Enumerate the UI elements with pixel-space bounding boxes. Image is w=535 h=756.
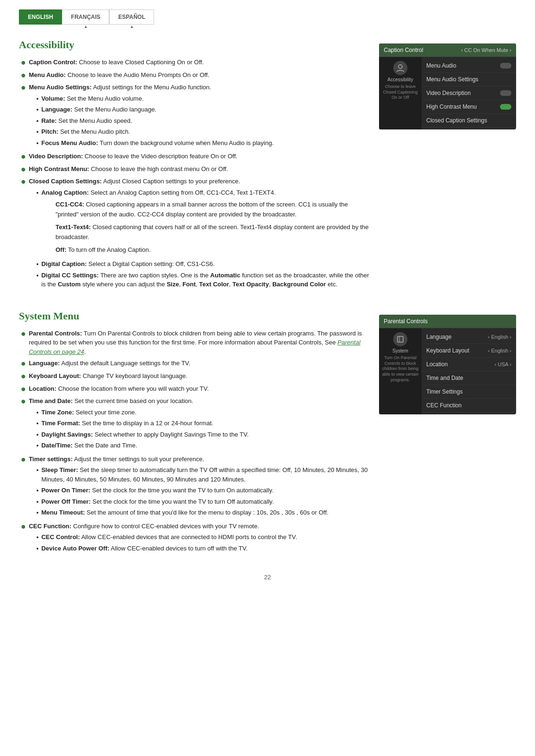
list-item: •Focus Menu Audio: Turn down the backgro…: [36, 138, 370, 148]
tv-menu-body: Accessibility Choose to leave Closed Cap…: [379, 57, 516, 129]
list-item: ● Video Description: Choose to leave the…: [19, 152, 370, 162]
tv-system-sidebar-label: System: [392, 348, 408, 353]
list-item: •Menu Timeout: Set the amount of time th…: [36, 508, 370, 517]
list-item: ● Time and Date: Set the current time ba…: [19, 396, 370, 452]
tv-menu-item: Closed Caption Settings: [422, 114, 516, 128]
tv-system-menu-items: Language ‹ English › Keyboard Layout ‹ E…: [422, 328, 516, 414]
bullet-dot-icon: ●: [21, 70, 26, 81]
bullet-dot-icon: ●: [21, 152, 26, 162]
list-item: •Volume: Set the Menu Audio volume.: [36, 94, 370, 103]
list-item: •Power On Timer: Set the clock for the t…: [36, 486, 370, 495]
accessibility-section: Accessibility ● Caption Control: Choose …: [19, 39, 516, 296]
list-item: • Digital CC Settings: There are two cap…: [36, 271, 370, 289]
tv-menu-item: Location ‹ USA ›: [422, 358, 516, 371]
bullet-dot-icon: ●: [21, 522, 26, 532]
espanol-arrow-icon: ▲: [130, 25, 134, 29]
list-item: •Pitch: Set the Menu Audio pitch.: [36, 127, 370, 137]
list-item: •Device Auto Power Off: Allow CEC-enable…: [36, 544, 370, 553]
accessibility-tv-menu: Caption Control ‹ CC On When Mute › Acce…: [379, 43, 516, 129]
bullet-dot-icon: ●: [21, 396, 26, 407]
list-item: •Sleep Timer: Set the sleep timer to aut…: [36, 465, 370, 484]
accessibility-content: Accessibility ● Caption Control: Choose …: [19, 39, 370, 296]
list-item: ● Menu Audio: Choose to leave the Audio …: [19, 70, 370, 81]
sub-list: •CEC Control: Allow CEC-enabled devices …: [36, 533, 370, 553]
bullet-dot-icon: ●: [21, 58, 26, 68]
francais-arrow-icon: ▲: [84, 25, 87, 29]
accessibility-title: Accessibility: [19, 39, 370, 51]
sub-list: •Time Zone: Select your time zone. •Time…: [36, 408, 370, 450]
list-item: •Rate: Set the Menu Audio speed.: [36, 116, 370, 126]
tv-menu-item: Time and Date: [422, 371, 516, 385]
tv-menu-item: Menu Audio Settings: [422, 73, 516, 86]
bullet-dot-icon: ●: [21, 455, 26, 465]
sub-list: •Sleep Timer: Set the sleep timer to aut…: [36, 465, 370, 517]
video-description-toggle: [500, 90, 511, 96]
tv-sidebar-icon: [393, 61, 407, 75]
accessibility-bullet-list: ● Caption Control: Choose to leave Close…: [19, 58, 370, 291]
tv-menu-header-item: Caption Control ‹ CC On When Mute ›: [379, 43, 516, 57]
system-tv-menu: Parental Controls System Turn On Parenta…: [379, 315, 516, 414]
list-item: •Power Off Timer: Set the clock for the …: [36, 497, 370, 507]
list-item: ● Parental Controls: Turn On Parental Co…: [19, 329, 370, 357]
tv-menu-items: Menu Audio Menu Audio Settings Video Des…: [422, 57, 516, 129]
list-item: ● Menu Audio Settings: Adjust settings f…: [19, 83, 370, 149]
tab-english[interactable]: ENGLISH: [19, 9, 62, 25]
list-item: ● CEC Function: Configure how to control…: [19, 522, 370, 555]
menu-audio-toggle: [500, 63, 511, 69]
list-item: ● Language: Adjust the default Language …: [19, 359, 370, 369]
list-item: ● Timer settings: Adjust the timer setti…: [19, 455, 370, 519]
page-number: 22: [19, 574, 516, 581]
tv-menu-item: Keyboard Layout ‹ English ›: [422, 344, 516, 358]
bullet-dot-icon: ●: [21, 329, 26, 339]
list-item: •Daylight Savings: Select whether to app…: [36, 430, 370, 439]
system-content: System Menu ● Parental Controls: Turn On…: [19, 310, 370, 559]
bullet-dot-icon: ●: [21, 384, 26, 395]
bullet-dot-icon: ●: [21, 359, 26, 369]
note-block: CC1-CC4: Closed captioning appears in a …: [55, 200, 370, 255]
tv-system-sidebar-sublabel: Turn On Parental Controls to block child…: [382, 355, 419, 383]
tab-espanol[interactable]: ESPAÑOL ▲: [109, 9, 154, 25]
tv-sidebar-label: Accessibility: [388, 77, 413, 82]
parental-controls-link[interactable]: Parental Controls on page 24: [29, 339, 361, 355]
list-item: •Date/Time: Set the Date and Time.: [36, 441, 370, 450]
list-item: •Digital Caption: Select a Digital Capti…: [36, 259, 370, 269]
tv-menu-item: CEC Function: [422, 399, 516, 412]
list-item: ● Caption Control: Choose to leave Close…: [19, 58, 370, 68]
tv-menu-item: Menu Audio: [422, 59, 516, 73]
list-item: ● High Contrast Menu: Choose to leave th…: [19, 164, 370, 175]
tv-system-body: System Turn On Parental Controls to bloc…: [379, 328, 516, 414]
system-menu-title: System Menu: [19, 310, 370, 322]
list-item: ● Location: Choose the location from whe…: [19, 384, 370, 395]
system-menu-section: System Menu ● Parental Controls: Turn On…: [19, 310, 516, 559]
bullet-dot-icon: ●: [21, 164, 26, 175]
bullet-dot-icon: ●: [21, 371, 26, 382]
tv-menu-item: Timer Settings: [422, 385, 516, 399]
tv-menu-item: High Contrast Menu: [422, 100, 516, 114]
list-item: • Analog Caption: Select an Analog Capti…: [36, 188, 370, 258]
system-bullet-list: ● Parental Controls: Turn On Parental Co…: [19, 329, 370, 555]
sub-list: •Volume: Set the Menu Audio volume. •Lan…: [36, 94, 370, 148]
list-item: •CEC Control: Allow CEC-enabled devices …: [36, 533, 370, 542]
list-item: •Language: Set the Menu Audio language.: [36, 105, 370, 114]
bullet-dot-icon: ●: [21, 177, 26, 187]
bullet-dot-icon: ●: [21, 83, 26, 93]
list-item: ● Keyboard Layout: Change TV keyboard la…: [19, 371, 370, 382]
tv-system-sidebar: System Turn On Parental Controls to bloc…: [379, 328, 422, 414]
tv-sidebar-sublabel: Choose to leave Closed Captioning On or …: [382, 84, 419, 101]
tv-system-header-item: Parental Controls: [379, 315, 516, 328]
high-contrast-toggle: [500, 104, 511, 110]
tv-menu-item: Language ‹ English ›: [422, 330, 516, 344]
language-tabs: ENGLISH FRANÇAIS ▲ ESPAÑOL ▲: [19, 9, 516, 25]
sub-list: • Analog Caption: Select an Analog Capti…: [36, 188, 370, 289]
tv-sidebar: Accessibility Choose to leave Closed Cap…: [379, 57, 422, 129]
list-item: •Time Format: Set the time to display in…: [36, 419, 370, 428]
tab-francais[interactable]: FRANÇAIS ▲: [62, 9, 109, 25]
tv-system-sidebar-icon: [393, 332, 407, 346]
tv-menu-item: Video Description: [422, 86, 516, 100]
svg-rect-1: [397, 336, 403, 342]
svg-point-0: [398, 65, 402, 69]
list-item: ● Closed Caption Settings: Adjust Closed…: [19, 177, 370, 291]
system-section-row: System Menu ● Parental Controls: Turn On…: [19, 310, 516, 559]
list-item: •Time Zone: Select your time zone.: [36, 408, 370, 417]
